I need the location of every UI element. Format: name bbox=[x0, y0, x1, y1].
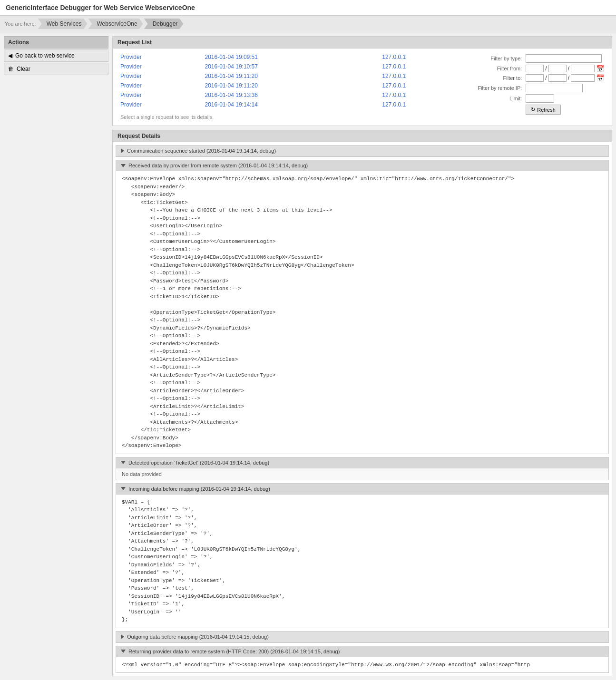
breadcrumb-webservice-one[interactable]: WebserviceOne bbox=[88, 19, 143, 29]
ip-text: 127.0.0.1 bbox=[382, 73, 406, 79]
filter-type-input[interactable] bbox=[526, 54, 602, 63]
request-list-header: Request List bbox=[113, 37, 612, 49]
collapsible-content-received_data: <soapenv:Envelope xmlns:soapenv="http://… bbox=[116, 171, 608, 454]
breadcrumb-you-are-here: You are here: bbox=[5, 21, 36, 27]
table-row[interactable]: Provider 2016-01-04 19:09:51 127.0.0.1 bbox=[117, 52, 470, 62]
provider-link[interactable]: Provider bbox=[120, 92, 142, 98]
date-link[interactable]: 2016-01-04 19:11:20 bbox=[205, 73, 257, 79]
filter-grid: Filter by type: Filter from: 01 / 13 / 2… bbox=[474, 52, 608, 117]
filter-type-label: Filter by type: bbox=[478, 56, 522, 61]
triangle-down-icon bbox=[121, 487, 126, 490]
table-row[interactable]: Provider 2016-01-04 19:11:20 127.0.0.1 bbox=[117, 81, 470, 90]
provider-link[interactable]: Provider bbox=[120, 73, 142, 79]
collapsible-block-detected_op: Detected operation 'TicketGet' (2016-01-… bbox=[116, 457, 609, 480]
request-table-wrapper: Provider 2016-01-04 19:09:51 127.0.0.1 P… bbox=[117, 52, 470, 122]
request-list-section: Request List Provider 2016-01-04 19:09:5… bbox=[112, 36, 612, 126]
filter-limit-input[interactable]: 100 bbox=[526, 94, 554, 103]
collapsible-block-comm_seq: Communication sequence started (2016-01-… bbox=[116, 145, 609, 157]
filter-from-row: 01 / 13 / 2015 📅 bbox=[526, 65, 604, 72]
collapsible-header-text: Received data by provider from remote sy… bbox=[128, 163, 308, 168]
collapsible-header-incoming_data[interactable]: Incoming data before mapping (2016-01-04… bbox=[116, 484, 608, 495]
trash-icon: 🗑 bbox=[8, 66, 14, 72]
ip-text: 127.0.0.1 bbox=[382, 101, 406, 108]
collapsible-header-outgoing_data[interactable]: Outgoing data before mapping (2016-01-04… bbox=[116, 631, 608, 642]
refresh-label: Refresh bbox=[537, 107, 556, 113]
slash1: / bbox=[545, 65, 547, 72]
request-details-section: Request Details Communication sequence s… bbox=[112, 130, 612, 676]
ip-text: 127.0.0.1 bbox=[382, 63, 406, 70]
filter-from-day[interactable]: 01 bbox=[526, 65, 544, 72]
collapsible-block-outgoing_data: Outgoing data before mapping (2016-01-04… bbox=[116, 631, 609, 643]
clear-label: Clear bbox=[17, 66, 30, 72]
refresh-icon: ↻ bbox=[531, 107, 535, 113]
slash4: / bbox=[568, 75, 569, 81]
provider-link[interactable]: Provider bbox=[120, 63, 142, 70]
filter-from-month[interactable]: 13 bbox=[548, 65, 567, 72]
collapsible-header-text: Communication sequence started (2016-01-… bbox=[127, 148, 276, 154]
clear-button[interactable]: 🗑 Clear bbox=[4, 63, 108, 75]
details-blocks: Communication sequence started (2016-01-… bbox=[113, 145, 612, 673]
provider-link[interactable]: Provider bbox=[120, 54, 142, 60]
table-row[interactable]: Provider 2016-01-04 19:14:14 127.0.0.1 bbox=[117, 100, 470, 109]
breadcrumb: You are here: Web Services WebserviceOne… bbox=[0, 16, 616, 32]
table-row[interactable]: Provider 2016-01-04 19:10:57 127.0.0.1 bbox=[117, 62, 470, 71]
filter-from-label: Filter from: bbox=[478, 66, 522, 71]
content-area: Request List Provider 2016-01-04 19:09:5… bbox=[112, 36, 612, 680]
filter-to-day[interactable]: 01 bbox=[526, 74, 544, 82]
filter-limit-label: Limit: bbox=[478, 96, 522, 101]
request-details-header: Request Details bbox=[113, 130, 612, 142]
request-list-content: Provider 2016-01-04 19:09:51 127.0.0.1 P… bbox=[113, 49, 612, 126]
slash2: / bbox=[568, 65, 569, 72]
back-icon: ◀ bbox=[8, 52, 12, 59]
ip-text: 127.0.0.1 bbox=[382, 82, 406, 89]
filter-type-row bbox=[526, 54, 604, 63]
filter-limit-row: 100 bbox=[526, 94, 604, 103]
filter-ip-input[interactable] bbox=[526, 84, 583, 92]
collapsible-header-text: Outgoing data before mapping (2016-01-04… bbox=[127, 634, 269, 640]
ip-text: 127.0.0.1 bbox=[382, 92, 406, 98]
provider-link[interactable]: Provider bbox=[120, 82, 142, 89]
breadcrumb-debugger: Debugger bbox=[144, 19, 184, 29]
collapsible-header-text: Returning provider data to remote system… bbox=[128, 649, 340, 654]
breadcrumb-web-services[interactable]: Web Services bbox=[38, 19, 88, 29]
triangle-right-icon bbox=[121, 148, 124, 153]
filter-to-label: Filter to: bbox=[478, 75, 522, 81]
collapsible-block-returning_data: Returning provider data to remote system… bbox=[116, 646, 609, 673]
main-layout: Actions ◀ Go back to web service 🗑 Clear… bbox=[0, 32, 616, 680]
triangle-right-icon bbox=[121, 634, 124, 639]
hint-text: Select a single request to see its detai… bbox=[117, 112, 470, 122]
date-link[interactable]: 2016-01-04 19:14:14 bbox=[205, 101, 257, 108]
calendar-from-icon[interactable]: 📅 bbox=[596, 65, 604, 72]
collapsible-header-returning_data[interactable]: Returning provider data to remote system… bbox=[116, 646, 608, 657]
date-link[interactable]: 2016-01-04 19:09:51 bbox=[205, 54, 257, 60]
collapsible-header-received_data[interactable]: Received data by provider from remote sy… bbox=[116, 160, 608, 171]
sidebar: Actions ◀ Go back to web service 🗑 Clear bbox=[4, 36, 108, 76]
filter-from-year[interactable]: 2015 bbox=[571, 65, 595, 72]
collapsible-block-incoming_data: Incoming data before mapping (2016-01-04… bbox=[116, 483, 609, 628]
calendar-to-icon[interactable]: 📅 bbox=[596, 74, 604, 82]
triangle-down-icon bbox=[121, 164, 126, 167]
go-back-button[interactable]: ◀ Go back to web service bbox=[4, 49, 108, 62]
table-row[interactable]: Provider 2016-01-04 19:11:20 127.0.0.1 bbox=[117, 71, 470, 81]
slash3: / bbox=[545, 75, 547, 81]
go-back-label: Go back to web service bbox=[15, 52, 75, 59]
refresh-button[interactable]: ↻ Refresh bbox=[526, 105, 561, 115]
collapsible-header-comm_seq[interactable]: Communication sequence started (2016-01-… bbox=[116, 146, 608, 156]
request-list-inner: Provider 2016-01-04 19:09:51 127.0.0.1 P… bbox=[117, 52, 608, 122]
collapsible-header-text: Detected operation 'TicketGet' (2016-01-… bbox=[128, 460, 269, 466]
sidebar-section-title: Actions bbox=[4, 36, 108, 49]
filter-panel: Filter by type: Filter from: 01 / 13 / 2… bbox=[474, 52, 608, 122]
refresh-row: ↻ Refresh bbox=[526, 105, 604, 115]
ip-text: 127.0.0.1 bbox=[382, 54, 406, 60]
date-link[interactable]: 2016-01-04 19:10:57 bbox=[205, 63, 257, 70]
filter-to-row: 01 / 04 / 2016 📅 bbox=[526, 74, 604, 82]
collapsible-content-incoming_data: $VAR1 = { 'AllArticles' => '?', 'Article… bbox=[116, 495, 608, 628]
filter-to-month[interactable]: 04 bbox=[548, 74, 567, 82]
filter-to-year[interactable]: 2016 bbox=[571, 74, 595, 82]
provider-link[interactable]: Provider bbox=[120, 101, 142, 108]
table-row[interactable]: Provider 2016-01-04 19:13:36 127.0.0.1 bbox=[117, 90, 470, 100]
date-link[interactable]: 2016-01-04 19:11:20 bbox=[205, 82, 257, 89]
collapsible-content-returning_data: <?xml version="1.0" encoding="UTF-8"?><s… bbox=[116, 657, 608, 673]
collapsible-header-detected_op[interactable]: Detected operation 'TicketGet' (2016-01-… bbox=[116, 457, 608, 468]
date-link[interactable]: 2016-01-04 19:13:36 bbox=[205, 92, 257, 98]
